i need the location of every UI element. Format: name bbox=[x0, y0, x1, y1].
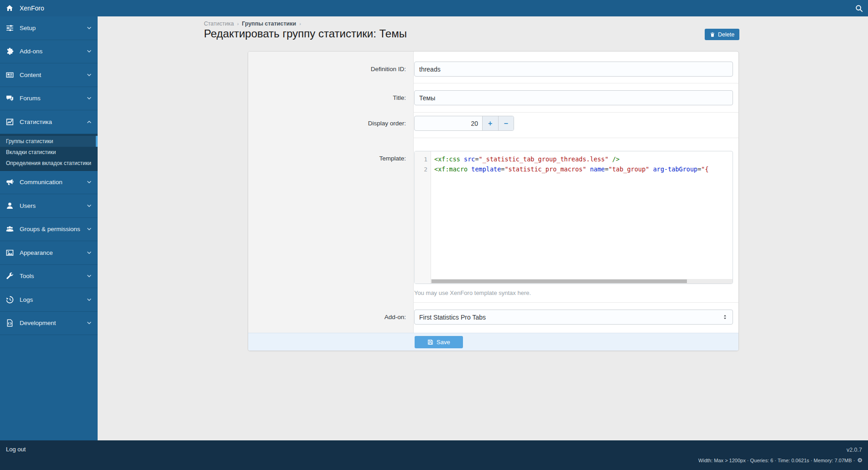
display-order-stepper: + − bbox=[414, 116, 514, 131]
breadcrumb-link[interactable]: Группы статистики bbox=[242, 21, 296, 27]
chevron-down-icon bbox=[87, 96, 92, 101]
sidebar-item-label: Communication bbox=[20, 179, 87, 186]
image-icon bbox=[6, 249, 16, 257]
sidebar-subitem[interactable]: Вкладки статистики bbox=[0, 147, 98, 158]
code-line: <xf:css src="_statistic_tab_group_thread… bbox=[434, 155, 733, 165]
save-button[interactable]: Save bbox=[415, 336, 463, 348]
debug-stats-text: Width: Max > 1200px · Queries: 6 · Time:… bbox=[698, 458, 855, 463]
sidebar-item-addons[interactable]: Add-ons bbox=[0, 40, 98, 64]
chevron-down-icon bbox=[87, 49, 92, 54]
user-icon bbox=[6, 202, 16, 210]
search-icon[interactable] bbox=[855, 5, 863, 12]
sidebar-subitem[interactable]: Определения вкладок статистики bbox=[0, 158, 98, 169]
template-hint: You may use XenForo template syntax here… bbox=[414, 289, 733, 296]
editor-gutter: 12 bbox=[415, 151, 431, 284]
newspaper-icon bbox=[6, 71, 16, 79]
breadcrumb-link[interactable]: Статистика bbox=[204, 21, 234, 27]
addon-select-value: First Statistics Pro Tabs bbox=[419, 314, 486, 321]
save-button-label: Save bbox=[437, 339, 450, 346]
sidebar-subitem[interactable]: Группы статистики bbox=[0, 136, 98, 147]
users-group-icon bbox=[6, 225, 16, 233]
delete-button[interactable]: Delete bbox=[705, 29, 739, 40]
editor-horizontal-scrollbar[interactable] bbox=[431, 279, 733, 284]
chevron-down-icon bbox=[87, 227, 92, 232]
sidebar-item-logs[interactable]: Logs bbox=[0, 288, 98, 312]
line-number: 1 bbox=[415, 155, 431, 165]
chevron-down-icon bbox=[87, 274, 92, 279]
version-label: v2.0.7 bbox=[847, 447, 862, 453]
sidebar-item-label: Add-ons bbox=[20, 48, 87, 55]
chevron-down-icon bbox=[87, 320, 92, 325]
chevron-down-icon bbox=[87, 180, 92, 185]
top-bar: XenForo bbox=[0, 0, 868, 16]
sidebar-item-label: Setup bbox=[20, 25, 87, 31]
sidebar-item-label: Tools bbox=[20, 273, 87, 279]
select-arrows-icon bbox=[722, 314, 728, 320]
home-icon[interactable] bbox=[6, 5, 13, 12]
sidebar: SetupAdd-onsContentForumsСтатистикаГрупп… bbox=[0, 16, 98, 440]
megaphone-icon bbox=[6, 178, 16, 186]
line-number: 2 bbox=[415, 165, 431, 175]
breadcrumb: Статистика›Группы статистики› bbox=[204, 21, 301, 27]
floppy-icon bbox=[427, 339, 433, 345]
decrement-button[interactable]: − bbox=[498, 116, 514, 130]
display-order-row: Display order: + − bbox=[248, 113, 738, 138]
display-order-input[interactable] bbox=[415, 116, 482, 130]
footer: Log out v2.0.7 Width: Max > 1200px · Que… bbox=[0, 440, 868, 470]
sliders-icon bbox=[6, 24, 16, 32]
title-input[interactable] bbox=[414, 90, 733, 105]
sidebar-item-label: Users bbox=[20, 202, 87, 209]
title-label: Title: bbox=[248, 90, 413, 105]
scrollbar-thumb[interactable] bbox=[431, 279, 687, 283]
display-order-label: Display order: bbox=[248, 116, 413, 131]
sidebar-item-appearance[interactable]: Appearance bbox=[0, 241, 98, 265]
sidebar-item-statistics[interactable]: Статистика bbox=[0, 110, 98, 134]
title-row: Title: bbox=[248, 83, 738, 113]
page-title: Редактировать группу статистики: Темы bbox=[204, 27, 407, 40]
sidebar-item-communication[interactable]: Communication bbox=[0, 171, 98, 195]
breadcrumb-separator-icon: › bbox=[299, 21, 301, 26]
puzzle-icon bbox=[6, 47, 16, 55]
definition-id-label: Definition ID: bbox=[248, 62, 413, 77]
delete-button-label: Delete bbox=[718, 31, 734, 38]
sidebar-item-tools[interactable]: Tools bbox=[0, 265, 98, 289]
sidebar-item-users[interactable]: Users bbox=[0, 194, 98, 218]
comments-icon bbox=[6, 94, 16, 102]
sidebar-item-forums[interactable]: Forums bbox=[0, 87, 98, 111]
chevron-down-icon bbox=[87, 250, 92, 255]
sidebar-item-content[interactable]: Content bbox=[0, 63, 98, 87]
template-code-editor[interactable]: 12 <xf:css src="_statistic_tab_group_thr… bbox=[414, 151, 733, 284]
brand-title[interactable]: XenForo bbox=[20, 5, 44, 12]
sidebar-item-label: Appearance bbox=[20, 249, 87, 256]
wrench-icon bbox=[6, 272, 16, 280]
sidebar-item-label: Logs bbox=[20, 296, 87, 303]
editor-code[interactable]: <xf:css src="_statistic_tab_group_thread… bbox=[431, 151, 733, 284]
sidebar-item-label: Content bbox=[20, 72, 87, 78]
chart-line-icon bbox=[6, 118, 16, 126]
chevron-down-icon bbox=[87, 203, 92, 208]
sidebar-item-label: Development bbox=[20, 320, 87, 326]
code-line: <xf:macro template="statistic_pro_macros… bbox=[434, 165, 733, 175]
edit-form: Definition ID: Title: Display order: + − bbox=[248, 51, 739, 351]
addon-label: Add-on: bbox=[248, 310, 413, 325]
definition-id-row: Definition ID: bbox=[248, 52, 738, 83]
gear-icon[interactable]: ⚙ bbox=[857, 457, 863, 463]
chevron-down-icon bbox=[87, 297, 92, 302]
chevron-up-icon bbox=[87, 119, 92, 124]
breadcrumb-separator-icon: › bbox=[237, 21, 239, 26]
sidebar-submenu: Группы статистикиВкладки статистикиОпред… bbox=[0, 134, 98, 171]
increment-button[interactable]: + bbox=[482, 116, 498, 130]
addon-select[interactable]: First Statistics Pro Tabs bbox=[414, 310, 733, 325]
trash-icon bbox=[710, 32, 715, 37]
definition-id-input[interactable] bbox=[414, 62, 733, 77]
chevron-down-icon bbox=[87, 72, 92, 77]
logout-link[interactable]: Log out bbox=[6, 446, 26, 453]
sidebar-item-setup[interactable]: Setup bbox=[0, 16, 98, 40]
sidebar-item-label: Статистика bbox=[20, 119, 87, 125]
main-content: Статистика›Группы статистики› Редактиров… bbox=[98, 16, 868, 440]
sidebar-item-development[interactable]: Development bbox=[0, 312, 98, 336]
sidebar-item-groups-permissions[interactable]: Groups & permissions bbox=[0, 218, 98, 242]
template-label: Template: bbox=[248, 151, 413, 296]
chevron-down-icon bbox=[87, 26, 92, 31]
history-icon bbox=[6, 296, 16, 304]
